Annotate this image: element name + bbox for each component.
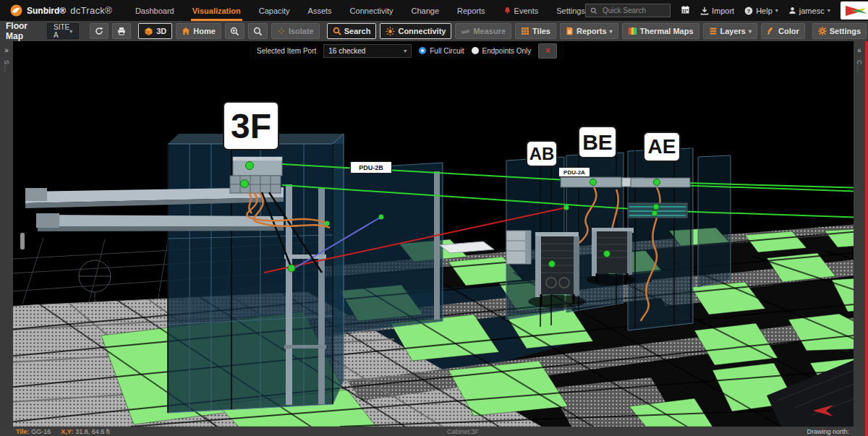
floor-rack-ae[interactable] [587, 228, 636, 286]
3d-cube-icon [144, 27, 153, 36]
chevron-down-icon: ▾ [610, 28, 613, 35]
quick-search[interactable] [585, 4, 671, 17]
refresh-button[interactable] [90, 23, 109, 39]
calendar-icon[interactable] [681, 5, 690, 16]
reports-button[interactable]: Reports ▾ [560, 23, 618, 39]
top-nav: Sunbird® dcTrack® Dashboard Visualizatio… [0, 0, 868, 21]
status-bar: Tile: GG-16 X,Y: 31.8, 64.6 ft Cabinet:3… [0, 427, 868, 436]
left-panel-title: S... [3, 60, 10, 73]
right-accent-bar [865, 41, 868, 436]
small-cabinet[interactable] [506, 231, 531, 264]
top-nav-right: Import ? Help ▾ jamesc ▾ [585, 1, 868, 20]
import-button[interactable]: Import [700, 7, 734, 15]
expand-right-panel-icon[interactable]: « [857, 47, 861, 54]
floor-map-3d-scene[interactable] [0, 41, 868, 427]
report-file-icon [566, 27, 574, 35]
thermal-icon [628, 27, 637, 35]
radio-selected-icon [419, 47, 426, 54]
color-button[interactable]: Color [761, 23, 805, 39]
nav-item-reports[interactable]: Reports [457, 0, 485, 21]
nav-item-dashboard[interactable]: Dashboard [135, 0, 174, 21]
pdu-label-2b[interactable]: PDU-2B [350, 161, 392, 174]
nav-item-events[interactable]: Events [503, 0, 539, 21]
search-icon [590, 7, 597, 14]
search-icon [333, 27, 341, 35]
radio-unselected-icon [472, 47, 479, 54]
cabinet-status: Cabinet:3F [447, 428, 479, 435]
chevron-down-icon: ▾ [775, 7, 778, 14]
chevron-down-icon: ▾ [404, 48, 407, 54]
nav-items: Dashboard Visualization Capacity Assets … [135, 0, 585, 21]
cabinet-row-walls[interactable] [333, 148, 731, 334]
tiles-button[interactable]: Tiles [515, 23, 556, 39]
chevron-down-icon: ▾ [69, 28, 72, 35]
zoom-out-icon [253, 27, 263, 36]
refresh-icon [95, 27, 103, 35]
print-button[interactable] [112, 23, 131, 39]
settings-button[interactable]: Settings [812, 23, 867, 39]
chevron-down-icon: ▾ [749, 28, 752, 35]
radio-endpoints-only[interactable]: Endpoints Only [472, 47, 532, 55]
selected-item-port-label: Selected Item Port [257, 47, 316, 55]
radio-full-circuit[interactable]: Full Circuit [419, 47, 464, 55]
brand: Sunbird® dcTrack® [0, 4, 122, 17]
left-collapsed-panel: » S... [0, 41, 13, 427]
cabinet-label-3f[interactable]: 3F [223, 101, 279, 150]
home-button[interactable]: Home [176, 23, 221, 39]
isolate-button[interactable]: Isolate [271, 23, 320, 39]
isolate-icon [277, 27, 286, 35]
help-menu[interactable]: ? Help ▾ [744, 7, 778, 15]
floor-map-canvas[interactable]: Selected Item Port 16 checked ▾ Full Cir… [0, 41, 868, 427]
layers-icon [709, 27, 718, 35]
thermal-maps-button[interactable]: Thermal Maps [622, 23, 699, 39]
brand-sunbird: Sunbird® [27, 6, 66, 16]
nav-item-assets[interactable]: Assets [308, 0, 332, 21]
paintbrush-icon [767, 27, 775, 35]
cabinet-label-be[interactable]: BE [578, 126, 617, 158]
print-icon [117, 27, 126, 35]
nav-item-settings[interactable]: Settings [556, 0, 585, 21]
port-selection-dropdown[interactable]: 16 checked ▾ [323, 44, 412, 58]
close-icon: × [545, 46, 550, 56]
app-logo [841, 1, 868, 20]
toolbar-title: Floor Map [6, 21, 27, 41]
connectivity-options-panel: Selected Item Port 16 checked ▾ Full Cir… [250, 41, 564, 60]
nav-item-visualization[interactable]: Visualization [192, 0, 241, 21]
user-icon [788, 7, 796, 14]
chevron-down-icon: ▾ [827, 7, 830, 14]
gear-icon [818, 27, 827, 35]
import-icon [700, 7, 709, 15]
alert-bell-icon [503, 7, 511, 14]
panel-drag-handle[interactable] [20, 233, 25, 249]
search-button[interactable]: Search [327, 23, 377, 39]
connectivity-button[interactable]: Connectivity [380, 23, 451, 39]
cabinet-label-ae[interactable]: AE [643, 132, 681, 162]
nav-item-change[interactable]: Change [412, 0, 440, 21]
home-icon [182, 27, 190, 35]
pdu-label-2a[interactable]: PDU-2A [558, 167, 590, 177]
zoom-in-button[interactable] [225, 23, 244, 39]
cabinet-3f-devices[interactable] [230, 157, 282, 193]
nav-item-capacity[interactable]: Capacity [259, 0, 290, 21]
tiles-grid-icon [521, 27, 529, 35]
cable-endpoint [325, 221, 330, 226]
measure-button[interactable]: Measure [455, 23, 511, 39]
xy-value: 31.8, 64.6 ft [75, 428, 110, 435]
svg-text:?: ? [747, 7, 751, 14]
tile-label: Tile: [16, 428, 29, 435]
zoom-out-button[interactable] [248, 23, 268, 39]
layers-button[interactable]: Layers ▾ [703, 23, 758, 39]
drawing-north-label: Drawing north: [807, 428, 849, 435]
expand-left-panel-icon[interactable]: » [4, 47, 9, 54]
nav-item-connectivity[interactable]: Connectivity [350, 0, 393, 21]
user-menu[interactable]: jamesc ▾ [788, 7, 830, 15]
quick-search-input[interactable] [601, 6, 662, 15]
3d-toggle-button[interactable]: 3D [138, 23, 172, 39]
site-selector[interactable]: SITE A ▾ [47, 23, 79, 39]
xy-label: X,Y: [61, 428, 73, 435]
right-collapsed-panel: « C... [854, 41, 865, 427]
cabinet-label-ab[interactable]: AB [526, 140, 558, 167]
close-panel-button[interactable]: × [538, 43, 557, 59]
sunbird-logo-icon [10, 4, 22, 17]
zoom-in-icon [230, 27, 239, 36]
